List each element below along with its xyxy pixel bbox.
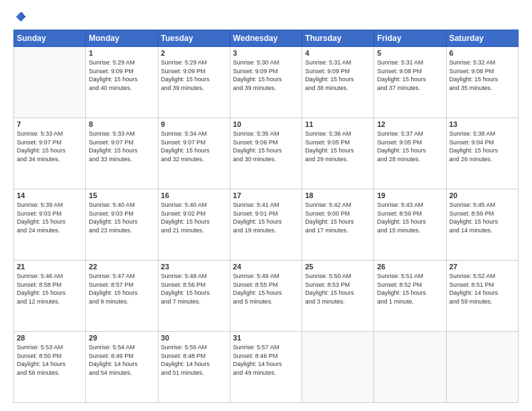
day-info: Sunrise: 5:31 AM Sunset: 9:08 PM Dayligh… — [377, 58, 443, 92]
logo-icon — [15, 11, 27, 23]
day-number: 30 — [161, 334, 227, 342]
logo — [13, 11, 27, 23]
day-info: Sunrise: 5:33 AM Sunset: 9:07 PM Dayligh… — [17, 130, 83, 163]
day-number: 8 — [89, 120, 154, 128]
day-info: Sunrise: 5:40 AM Sunset: 9:03 PM Dayligh… — [89, 201, 154, 234]
day-info: Sunrise: 5:35 AM Sunset: 9:06 PM Dayligh… — [233, 130, 299, 163]
day-number: 22 — [89, 263, 154, 271]
calendar-cell: 20Sunrise: 5:45 AM Sunset: 8:59 PM Dayli… — [446, 189, 518, 261]
day-info: Sunrise: 5:33 AM Sunset: 9:07 PM Dayligh… — [89, 130, 154, 163]
day-number: 5 — [377, 49, 443, 57]
day-info: Sunrise: 5:37 AM Sunset: 9:05 PM Dayligh… — [377, 130, 443, 163]
calendar-table: SundayMondayTuesdayWednesdayThursdayFrid… — [13, 30, 519, 403]
calendar-cell: 14Sunrise: 5:39 AM Sunset: 9:03 PM Dayli… — [14, 189, 86, 261]
day-number: 3 — [233, 49, 299, 57]
calendar-cell: 25Sunrise: 5:50 AM Sunset: 8:53 PM Dayli… — [302, 261, 374, 332]
calendar-cell: 12Sunrise: 5:37 AM Sunset: 9:05 PM Dayli… — [374, 118, 446, 189]
day-number: 29 — [89, 334, 154, 342]
day-info: Sunrise: 5:46 AM Sunset: 8:58 PM Dayligh… — [17, 272, 83, 306]
calendar-cell: 19Sunrise: 5:43 AM Sunset: 8:59 PM Dayli… — [374, 189, 446, 261]
calendar-cell: 13Sunrise: 5:38 AM Sunset: 9:04 PM Dayli… — [446, 118, 518, 189]
day-number: 14 — [17, 191, 83, 199]
day-number: 19 — [377, 191, 443, 199]
calendar-cell: 30Sunrise: 5:56 AM Sunset: 8:48 PM Dayli… — [158, 332, 230, 403]
day-number: 13 — [449, 120, 515, 128]
day-number: 18 — [305, 191, 371, 199]
day-number: 15 — [89, 191, 154, 199]
calendar-cell: 21Sunrise: 5:46 AM Sunset: 8:58 PM Dayli… — [14, 261, 86, 332]
calendar-cell: 23Sunrise: 5:48 AM Sunset: 8:56 PM Dayli… — [158, 261, 230, 332]
day-number: 1 — [89, 49, 154, 57]
calendar-header-thursday: Thursday — [302, 30, 374, 47]
calendar-header-wednesday: Wednesday — [230, 30, 302, 47]
calendar-cell: 28Sunrise: 5:53 AM Sunset: 8:50 PM Dayli… — [14, 332, 86, 403]
calendar-cell: 16Sunrise: 5:40 AM Sunset: 9:02 PM Dayli… — [158, 189, 230, 261]
day-info: Sunrise: 5:29 AM Sunset: 9:09 PM Dayligh… — [89, 58, 154, 92]
calendar-cell: 7Sunrise: 5:33 AM Sunset: 9:07 PM Daylig… — [14, 118, 86, 189]
day-number: 24 — [233, 263, 299, 271]
day-number: 25 — [305, 263, 371, 271]
calendar-week-1: 1Sunrise: 5:29 AM Sunset: 9:09 PM Daylig… — [14, 47, 519, 118]
calendar-header-friday: Friday — [374, 30, 446, 47]
day-number: 23 — [161, 263, 227, 271]
day-number: 7 — [17, 120, 83, 128]
day-number: 9 — [161, 120, 227, 128]
day-info: Sunrise: 5:56 AM Sunset: 8:48 PM Dayligh… — [161, 343, 227, 377]
calendar-cell: 29Sunrise: 5:54 AM Sunset: 8:49 PM Dayli… — [86, 332, 158, 403]
calendar-cell — [446, 332, 518, 403]
calendar-cell: 11Sunrise: 5:36 AM Sunset: 9:05 PM Dayli… — [302, 118, 374, 189]
day-number: 27 — [449, 263, 515, 271]
day-info: Sunrise: 5:36 AM Sunset: 9:05 PM Dayligh… — [305, 130, 371, 163]
day-info: Sunrise: 5:42 AM Sunset: 9:00 PM Dayligh… — [305, 201, 371, 234]
calendar-cell: 4Sunrise: 5:31 AM Sunset: 9:09 PM Daylig… — [302, 47, 374, 118]
day-info: Sunrise: 5:53 AM Sunset: 8:50 PM Dayligh… — [17, 343, 83, 377]
day-info: Sunrise: 5:39 AM Sunset: 9:03 PM Dayligh… — [17, 201, 83, 234]
calendar-header-sunday: Sunday — [14, 30, 86, 47]
calendar-cell: 27Sunrise: 5:52 AM Sunset: 8:51 PM Dayli… — [446, 261, 518, 332]
calendar-cell: 24Sunrise: 5:49 AM Sunset: 8:55 PM Dayli… — [230, 261, 302, 332]
calendar-header-row: SundayMondayTuesdayWednesdayThursdayFrid… — [14, 30, 519, 47]
day-number: 28 — [17, 334, 83, 342]
day-info: Sunrise: 5:38 AM Sunset: 9:04 PM Dayligh… — [449, 130, 515, 163]
day-info: Sunrise: 5:32 AM Sunset: 9:08 PM Dayligh… — [449, 58, 515, 92]
day-info: Sunrise: 5:34 AM Sunset: 9:07 PM Dayligh… — [161, 130, 227, 163]
day-info: Sunrise: 5:43 AM Sunset: 8:59 PM Dayligh… — [377, 201, 443, 234]
day-number: 11 — [305, 120, 371, 128]
day-number: 31 — [233, 334, 299, 342]
day-info: Sunrise: 5:30 AM Sunset: 9:09 PM Dayligh… — [233, 58, 299, 92]
calendar-week-4: 21Sunrise: 5:46 AM Sunset: 8:58 PM Dayli… — [14, 261, 519, 332]
day-info: Sunrise: 5:52 AM Sunset: 8:51 PM Dayligh… — [449, 272, 515, 306]
day-number: 2 — [161, 49, 227, 57]
calendar-week-3: 14Sunrise: 5:39 AM Sunset: 9:03 PM Dayli… — [14, 189, 519, 261]
day-number: 6 — [449, 49, 515, 57]
page: SundayMondayTuesdayWednesdayThursdayFrid… — [0, 0, 532, 411]
day-number: 16 — [161, 191, 227, 199]
calendar-header-tuesday: Tuesday — [158, 30, 230, 47]
day-info: Sunrise: 5:29 AM Sunset: 9:09 PM Dayligh… — [161, 58, 227, 92]
day-number: 20 — [449, 191, 515, 199]
calendar-cell: 8Sunrise: 5:33 AM Sunset: 9:07 PM Daylig… — [86, 118, 158, 189]
day-info: Sunrise: 5:57 AM Sunset: 8:46 PM Dayligh… — [233, 343, 299, 377]
calendar-cell: 26Sunrise: 5:51 AM Sunset: 8:52 PM Dayli… — [374, 261, 446, 332]
calendar-cell: 31Sunrise: 5:57 AM Sunset: 8:46 PM Dayli… — [230, 332, 302, 403]
calendar-cell: 10Sunrise: 5:35 AM Sunset: 9:06 PM Dayli… — [230, 118, 302, 189]
day-number: 10 — [233, 120, 299, 128]
calendar-cell — [302, 332, 374, 403]
day-number: 4 — [305, 49, 371, 57]
calendar-cell: 9Sunrise: 5:34 AM Sunset: 9:07 PM Daylig… — [158, 118, 230, 189]
calendar-cell: 22Sunrise: 5:47 AM Sunset: 8:57 PM Dayli… — [86, 261, 158, 332]
calendar-cell: 18Sunrise: 5:42 AM Sunset: 9:00 PM Dayli… — [302, 189, 374, 261]
calendar-week-5: 28Sunrise: 5:53 AM Sunset: 8:50 PM Dayli… — [14, 332, 519, 403]
day-info: Sunrise: 5:48 AM Sunset: 8:56 PM Dayligh… — [161, 272, 227, 306]
day-info: Sunrise: 5:50 AM Sunset: 8:53 PM Dayligh… — [305, 272, 371, 306]
day-info: Sunrise: 5:31 AM Sunset: 9:09 PM Dayligh… — [305, 58, 371, 92]
day-info: Sunrise: 5:45 AM Sunset: 8:59 PM Dayligh… — [449, 201, 515, 234]
calendar-cell: 15Sunrise: 5:40 AM Sunset: 9:03 PM Dayli… — [86, 189, 158, 261]
calendar-cell: 5Sunrise: 5:31 AM Sunset: 9:08 PM Daylig… — [374, 47, 446, 118]
calendar-cell: 6Sunrise: 5:32 AM Sunset: 9:08 PM Daylig… — [446, 47, 518, 118]
calendar-cell: 2Sunrise: 5:29 AM Sunset: 9:09 PM Daylig… — [158, 47, 230, 118]
day-number: 26 — [377, 263, 443, 271]
day-info: Sunrise: 5:49 AM Sunset: 8:55 PM Dayligh… — [233, 272, 299, 306]
calendar-cell: 3Sunrise: 5:30 AM Sunset: 9:09 PM Daylig… — [230, 47, 302, 118]
day-number: 12 — [377, 120, 443, 128]
